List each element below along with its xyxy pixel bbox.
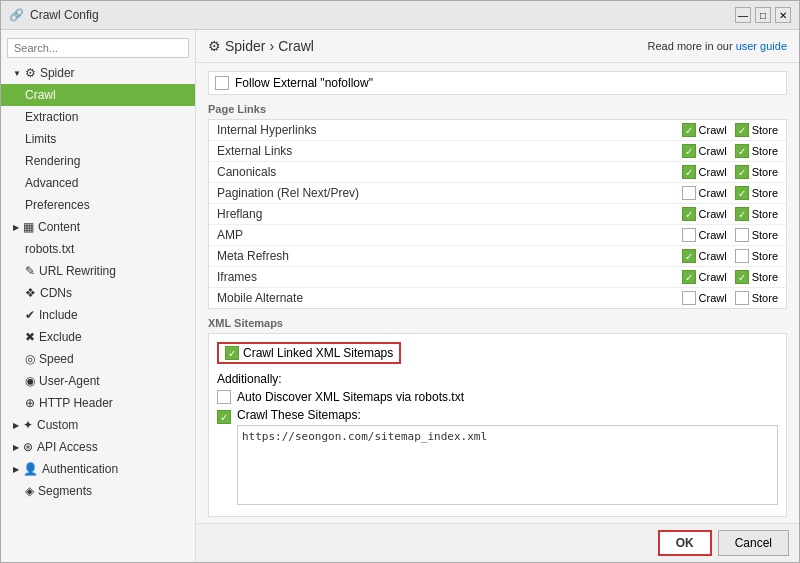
crawl-check-meta-refresh[interactable]: ✓ Crawl <box>682 249 727 263</box>
sidebar-item-advanced[interactable]: Advanced <box>1 172 195 194</box>
crawl-checkbox-external[interactable]: ✓ <box>682 144 696 158</box>
sidebar-item-include[interactable]: ✔ Include <box>1 304 195 326</box>
store-checkbox-canonicals[interactable]: ✓ <box>735 165 749 179</box>
sidebar-item-preferences[interactable]: Preferences <box>1 194 195 216</box>
sidebar-label-extraction: Extraction <box>25 110 78 124</box>
crawl-checkbox-pagination[interactable] <box>682 186 696 200</box>
sidebar-item-content[interactable]: ▶ ▦ Content <box>1 216 195 238</box>
crawl-checkbox-hreflang[interactable]: ✓ <box>682 207 696 221</box>
sidebar-item-http-header[interactable]: ⊕ HTTP Header <box>1 392 195 414</box>
content-icon: ▦ <box>23 220 34 234</box>
sidebar: ▼ ⚙ Spider Crawl Extraction Limits Rende… <box>1 30 196 562</box>
expand-icon-content: ▶ <box>13 223 19 232</box>
store-check-amp[interactable]: Store <box>735 228 778 242</box>
maximize-button[interactable]: □ <box>755 7 771 23</box>
crawl-linked-xml-checkbox[interactable]: ✓ <box>225 346 239 360</box>
store-check-meta-refresh[interactable]: Store <box>735 249 778 263</box>
crawl-check-mobile-alternate[interactable]: Crawl <box>682 291 727 305</box>
crawl-config-window: 🔗 Crawl Config — □ ✕ ▼ ⚙ Spider Crawl <box>0 0 800 563</box>
url-rewriting-icon: ✎ <box>25 264 35 278</box>
titlebar-left: 🔗 Crawl Config <box>9 8 99 22</box>
crawl-check-internal[interactable]: ✓ Crawl <box>682 123 727 137</box>
close-button[interactable]: ✕ <box>775 7 791 23</box>
store-check-iframes[interactable]: ✓ Store <box>735 270 778 284</box>
store-checkbox-internal[interactable]: ✓ <box>735 123 749 137</box>
crawl-store-canonicals: ✓ Crawl ✓ Store <box>682 165 778 179</box>
store-checkbox-amp[interactable] <box>735 228 749 242</box>
store-checkbox-hreflang[interactable]: ✓ <box>735 207 749 221</box>
sidebar-item-spider[interactable]: ▼ ⚙ Spider <box>1 62 195 84</box>
sidebar-label-content: Content <box>38 220 80 234</box>
table-row: Iframes ✓ Crawl ✓ Store <box>209 267 786 288</box>
store-check-hreflang[interactable]: ✓ Store <box>735 207 778 221</box>
follow-external-checkbox[interactable] <box>215 76 229 90</box>
crawl-checkbox-internal[interactable]: ✓ <box>682 123 696 137</box>
sidebar-item-cdns[interactable]: ❖ CDNs <box>1 282 195 304</box>
include-icon: ✔ <box>25 308 35 322</box>
sidebar-item-custom[interactable]: ▶ ✦ Custom <box>1 414 195 436</box>
sidebar-label-http-header: HTTP Header <box>39 396 113 410</box>
xml-sitemaps-section-label: XML Sitemaps <box>208 317 787 329</box>
store-check-internal[interactable]: ✓ Store <box>735 123 778 137</box>
sidebar-label-speed: Speed <box>39 352 74 366</box>
store-check-canonicals[interactable]: ✓ Store <box>735 165 778 179</box>
sidebar-item-extraction[interactable]: Extraction <box>1 106 195 128</box>
auto-discover-checkbox[interactable] <box>217 390 231 404</box>
titlebar-controls[interactable]: — □ ✕ <box>735 7 791 23</box>
store-checkbox-external[interactable]: ✓ <box>735 144 749 158</box>
crawl-store-internal: ✓ Crawl ✓ Store <box>682 123 778 137</box>
sidebar-label-segments: Segments <box>38 484 92 498</box>
crawl-checkbox-canonicals[interactable]: ✓ <box>682 165 696 179</box>
sidebar-item-url-rewriting[interactable]: ✎ URL Rewriting <box>1 260 195 282</box>
sidebar-item-api-access[interactable]: ▶ ⊛ API Access <box>1 436 195 458</box>
sidebar-label-user-agent: User-Agent <box>39 374 100 388</box>
table-row: Internal Hyperlinks ✓ Crawl ✓ Store <box>209 120 786 141</box>
sidebar-label-spider: Spider <box>40 66 75 80</box>
user-agent-icon: ◉ <box>25 374 35 388</box>
store-check-mobile-alternate[interactable]: Store <box>735 291 778 305</box>
cancel-button[interactable]: Cancel <box>718 530 789 556</box>
sidebar-item-rendering[interactable]: Rendering <box>1 150 195 172</box>
search-input[interactable] <box>7 38 189 58</box>
ok-button[interactable]: OK <box>658 530 712 556</box>
user-guide-link[interactable]: user guide <box>736 40 787 52</box>
sidebar-item-speed[interactable]: ◎ Speed <box>1 348 195 370</box>
crawl-store-iframes: ✓ Crawl ✓ Store <box>682 270 778 284</box>
table-row: Meta Refresh ✓ Crawl Store <box>209 246 786 267</box>
crawl-these-row: ✓ Crawl These Sitemaps: https://seongon.… <box>217 408 778 508</box>
sidebar-item-exclude[interactable]: ✖ Exclude <box>1 326 195 348</box>
store-checkbox-meta-refresh[interactable] <box>735 249 749 263</box>
main-content: ▼ ⚙ Spider Crawl Extraction Limits Rende… <box>1 30 799 562</box>
crawl-these-checkbox[interactable]: ✓ <box>217 410 231 424</box>
sidebar-label-crawl: Crawl <box>25 88 56 102</box>
store-check-pagination[interactable]: ✓ Store <box>735 186 778 200</box>
store-check-external[interactable]: ✓ Store <box>735 144 778 158</box>
crawl-check-amp[interactable]: Crawl <box>682 228 727 242</box>
sidebar-item-limits[interactable]: Limits <box>1 128 195 150</box>
crawl-check-hreflang[interactable]: ✓ Crawl <box>682 207 727 221</box>
row-label-pagination: Pagination (Rel Next/Prev) <box>217 186 682 200</box>
sidebar-label-limits: Limits <box>25 132 56 146</box>
store-checkbox-mobile-alternate[interactable] <box>735 291 749 305</box>
store-checkbox-pagination[interactable]: ✓ <box>735 186 749 200</box>
crawl-check-canonicals[interactable]: ✓ Crawl <box>682 165 727 179</box>
sidebar-item-user-agent[interactable]: ◉ User-Agent <box>1 370 195 392</box>
crawl-checkbox-iframes[interactable]: ✓ <box>682 270 696 284</box>
crawl-check-iframes[interactable]: ✓ Crawl <box>682 270 727 284</box>
store-checkbox-iframes[interactable]: ✓ <box>735 270 749 284</box>
minimize-button[interactable]: — <box>735 7 751 23</box>
sidebar-item-crawl[interactable]: Crawl <box>1 84 195 106</box>
sidebar-item-robots[interactable]: robots.txt <box>1 238 195 260</box>
spider-icon: ⚙ <box>25 66 36 80</box>
sidebar-item-authentication[interactable]: ▶ 👤 Authentication <box>1 458 195 480</box>
crawl-checkbox-amp[interactable] <box>682 228 696 242</box>
breadcrumb-current: Crawl <box>278 38 314 54</box>
titlebar: 🔗 Crawl Config — □ ✕ <box>1 1 799 30</box>
crawl-checkbox-meta-refresh[interactable]: ✓ <box>682 249 696 263</box>
crawl-check-pagination[interactable]: Crawl <box>682 186 727 200</box>
crawl-checkbox-mobile-alternate[interactable] <box>682 291 696 305</box>
sidebar-item-segments[interactable]: ◈ Segments <box>1 480 195 502</box>
row-label-external: External Links <box>217 144 682 158</box>
sitemaps-textarea[interactable]: https://seongon.com/sitemap_index.xml <box>237 425 778 505</box>
crawl-check-external[interactable]: ✓ Crawl <box>682 144 727 158</box>
